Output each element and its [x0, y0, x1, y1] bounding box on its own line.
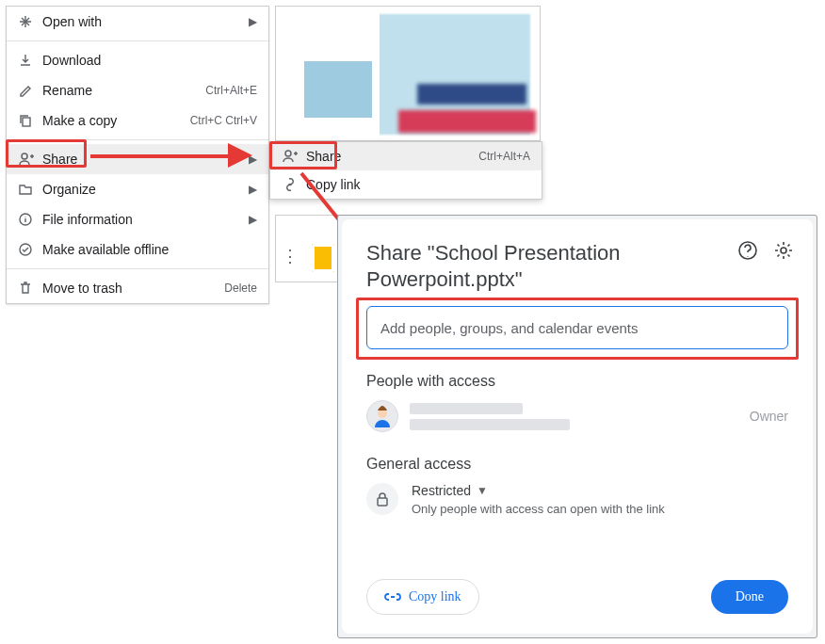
- menu-label: Share: [306, 149, 478, 164]
- lock-icon: [366, 483, 398, 515]
- help-icon[interactable]: [737, 240, 758, 261]
- chevron-right-icon: ▶: [249, 183, 257, 196]
- svg-point-3: [20, 244, 31, 255]
- copy-link-label: Copy link: [409, 589, 461, 604]
- menu-label: Make available offline: [42, 242, 257, 257]
- offline-icon: [18, 242, 42, 257]
- menu-trash[interactable]: Move to trash Delete: [7, 273, 268, 303]
- gear-icon[interactable]: [773, 240, 794, 261]
- dialog-title: Share "School Presentation Powerpoint.pp…: [366, 240, 724, 293]
- submenu-share[interactable]: Share Ctrl+Alt+A: [270, 142, 542, 170]
- file-thumbnail: [275, 6, 541, 141]
- menu-rename[interactable]: Rename Ctrl+Alt+E: [7, 75, 268, 105]
- people-with-access-heading: People with access: [366, 372, 788, 391]
- download-icon: [18, 53, 42, 68]
- person-add-icon: [282, 148, 306, 165]
- shortcut-label: Ctrl+C Ctrl+V: [190, 114, 257, 127]
- info-icon: [18, 212, 42, 227]
- shortcut-label: Delete: [224, 282, 257, 295]
- trash-icon: [18, 281, 42, 296]
- done-label: Done: [736, 589, 764, 604]
- shortcut-label: Ctrl+Alt+E: [205, 84, 257, 97]
- input-placeholder: Add people, groups, and calendar events: [380, 320, 639, 336]
- copy-link-button[interactable]: Copy link: [366, 579, 479, 615]
- share-dialog: Share "School Presentation Powerpoint.pp…: [342, 219, 813, 634]
- access-help-text: Only people with access can open with th…: [412, 502, 665, 516]
- context-menu: Open with ▶ Download Rename Ctrl+Alt+E M…: [6, 6, 269, 304]
- menu-label: Open with: [42, 14, 249, 29]
- menu-label: Move to trash: [42, 281, 224, 296]
- shortcut-label: Ctrl+Alt+A: [478, 150, 530, 163]
- svg-point-4: [285, 151, 291, 156]
- general-access-heading: General access: [366, 455, 788, 474]
- menu-offline[interactable]: Make available offline: [7, 234, 268, 265]
- menu-file-info[interactable]: File information ▶: [7, 204, 268, 234]
- menu-open-with[interactable]: Open with ▶: [7, 7, 268, 37]
- menu-separator: [7, 40, 268, 41]
- open-with-icon: [18, 14, 42, 29]
- menu-separator: [7, 268, 268, 269]
- svg-rect-11: [378, 498, 387, 506]
- menu-download[interactable]: Download: [7, 45, 268, 75]
- menu-organize[interactable]: Organize ▶: [7, 174, 268, 204]
- menu-label: Rename: [42, 83, 205, 98]
- person-role: Owner: [750, 409, 788, 424]
- redacted-name: [410, 403, 523, 414]
- share-dialog-frame: Share "School Presentation Powerpoint.pp…: [337, 215, 817, 638]
- folder-icon: [18, 182, 42, 197]
- access-level-label: Restricted: [412, 483, 471, 498]
- add-people-input[interactable]: Add people, groups, and calendar events: [366, 306, 788, 349]
- menu-separator: [7, 139, 268, 140]
- menu-label: Organize: [42, 182, 249, 197]
- menu-share[interactable]: Share ▶: [7, 144, 268, 174]
- chevron-right-icon: ▶: [249, 153, 257, 166]
- redacted-email: [410, 419, 570, 430]
- rename-icon: [18, 83, 42, 98]
- done-button[interactable]: Done: [711, 580, 788, 614]
- person-row: Owner: [366, 400, 788, 432]
- svg-rect-0: [23, 118, 30, 126]
- svg-point-1: [22, 153, 27, 159]
- menu-make-copy[interactable]: Make a copy Ctrl+C Ctrl+V: [7, 105, 268, 136]
- menu-label: Download: [42, 53, 257, 68]
- menu-label: File information: [42, 212, 249, 227]
- general-access-row: Restricted ▼ Only people with access can…: [366, 483, 788, 516]
- link-icon: [384, 588, 401, 605]
- menu-label: Share: [42, 152, 249, 167]
- menu-label: Make a copy: [42, 113, 190, 128]
- access-level-dropdown[interactable]: Restricted ▼: [412, 483, 665, 498]
- chevron-right-icon: ▶: [249, 213, 257, 226]
- svg-point-8: [781, 248, 786, 253]
- avatar: [366, 400, 398, 432]
- chevron-right-icon: ▶: [249, 15, 257, 28]
- person-add-icon: [18, 151, 42, 168]
- chevron-down-icon: ▼: [477, 484, 488, 497]
- copy-icon: [18, 113, 42, 128]
